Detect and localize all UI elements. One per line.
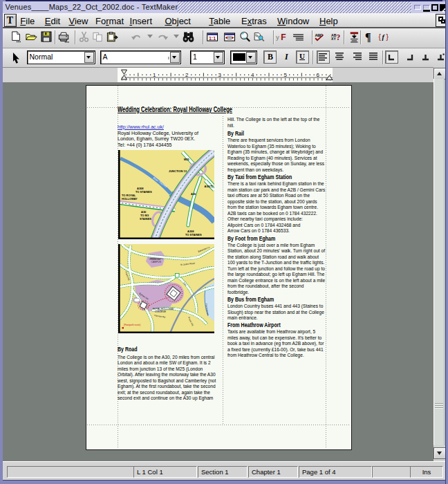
svg-text:y: y [276, 33, 279, 41]
svg-text:(Footpath route): (Footpath route) [124, 324, 140, 326]
svg-text:F: F [281, 32, 286, 42]
svg-text:M25: M25 [184, 158, 190, 161]
svg-text:HOLLOWAY: HOLLOWAY [122, 196, 138, 200]
svg-text:1:1: 1:1 [209, 36, 216, 41]
svg-text:TO STAINES: TO STAINES [136, 190, 152, 194]
svg-text:STAINES: STAINES [140, 216, 151, 220]
svg-text:COLLEGE: COLLEGE [155, 310, 167, 313]
svg-text:}: } [386, 33, 389, 41]
svg-text:TO STAINES: TO STAINES [185, 232, 202, 236]
svg-text:A30(T): A30(T) [205, 185, 214, 188]
svg-text:{: { [378, 33, 381, 41]
svg-text:A30: A30 [191, 192, 196, 195]
svg-text:¶: ¶ [365, 31, 371, 43]
svg-text:JUNCTION 13: JUNCTION 13 [169, 169, 187, 172]
svg-text:XY: XY [331, 37, 336, 41]
svg-text:f: f [382, 33, 385, 41]
svg-text:?: ? [337, 33, 341, 42]
svg-text:CAMPUS: CAMPUS [151, 260, 162, 263]
